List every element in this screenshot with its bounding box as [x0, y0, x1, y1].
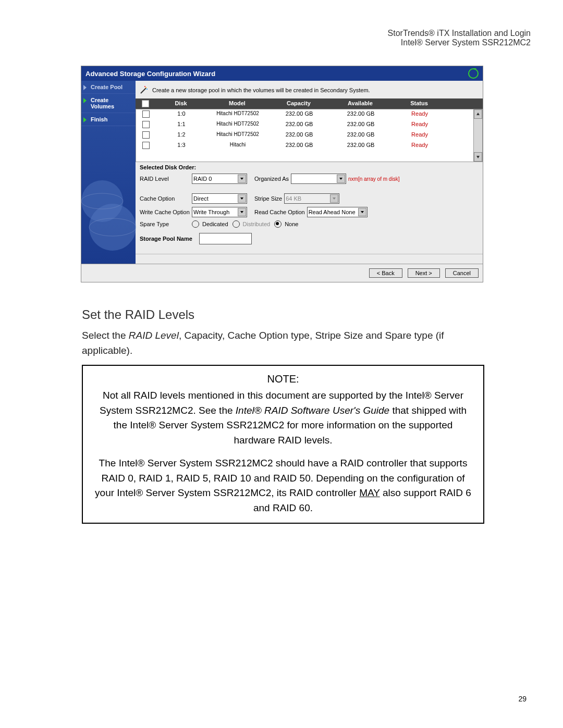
- wand-icon: [140, 86, 148, 94]
- stripe-size-value: 64 KB: [286, 195, 301, 202]
- spare-dedicated-radio[interactable]: [192, 220, 199, 228]
- svg-point-5: [145, 87, 146, 88]
- scroll-up-icon[interactable]: [474, 109, 482, 119]
- organized-as-select[interactable]: [291, 174, 346, 184]
- cancel-button[interactable]: Cancel: [445, 268, 479, 278]
- spare-none-label: None: [285, 221, 298, 227]
- spare-dedicated-label: Dedicated: [202, 221, 228, 227]
- instruction-text: Create a new storage pool in which the v…: [152, 87, 370, 93]
- cell-available: 232.00 GB: [330, 109, 391, 120]
- select-all-checkbox[interactable]: [142, 100, 149, 107]
- chevron-down-icon: [238, 194, 246, 203]
- cell-status: Ready: [391, 120, 448, 130]
- col-disk: Disk: [155, 98, 206, 109]
- organized-as-hint: nxm[n array of m disk]: [348, 176, 399, 182]
- sidebar-item-finish[interactable]: Finish: [81, 113, 136, 126]
- scroll-down-icon[interactable]: [474, 152, 482, 162]
- svg-marker-14: [240, 211, 243, 213]
- stripe-size-label: Stripe Size: [254, 195, 282, 202]
- sidebar-item-create-pool[interactable]: Create Pool: [81, 81, 136, 94]
- svg-marker-11: [339, 178, 342, 180]
- spare-distributed-label: Distributed: [243, 221, 271, 227]
- cell-status: Ready: [391, 130, 448, 141]
- chevron-down-icon: [330, 194, 338, 203]
- note-box: NOTE: Not all RAID levels mentioned in t…: [82, 365, 484, 524]
- header-line1: StorTrends® iTX Installation and Login: [388, 29, 531, 38]
- raid-level-value: RAID 0: [193, 176, 212, 182]
- spare-none-radio[interactable]: [274, 220, 282, 228]
- chevron-right-icon: [83, 98, 87, 103]
- stripe-size-select[interactable]: 64 KB: [284, 193, 339, 204]
- back-button[interactable]: < Back: [369, 268, 402, 278]
- wizard-titlebar: Advanced Storage Configuration Wizard: [81, 66, 483, 81]
- wizard-window: Advanced Storage Configuration Wizard Cr…: [81, 66, 483, 282]
- refresh-icon[interactable]: [468, 68, 479, 79]
- svg-point-6: [146, 89, 148, 90]
- wizard-main: Create a new storage pool in which the v…: [136, 81, 483, 264]
- cache-option-select[interactable]: Direct: [192, 193, 247, 204]
- row-checkbox[interactable]: [142, 142, 150, 149]
- organized-as-label: Organized As: [254, 176, 289, 182]
- raid-level-label: RAID Level: [140, 176, 190, 182]
- selected-disk-order-label: Selected Disk Order:: [136, 162, 483, 172]
- page-header: StorTrends® iTX Installation and Login I…: [388, 29, 531, 47]
- write-cache-select[interactable]: Write Through: [192, 207, 247, 217]
- table-header: Disk Model Capacity Available Status: [136, 98, 483, 109]
- cell-model: Hitachi HDT72502: [207, 109, 268, 120]
- sidebar-item-label: Create Pool: [91, 84, 123, 90]
- form-area: RAID Level RAID 0 Organized As nxm[n arr…: [136, 172, 483, 252]
- note-paragraph-2: The Intel® Server System SSR212MC2 shoul…: [92, 456, 474, 515]
- cell-available: 232.00 GB: [330, 141, 391, 151]
- cell-disk: 1:0: [156, 109, 207, 120]
- row-checkbox[interactable]: [142, 121, 150, 128]
- cache-option-value: Direct: [193, 195, 209, 202]
- svg-marker-15: [361, 211, 364, 213]
- cache-option-label: Cache Option: [140, 195, 190, 202]
- scrollbar[interactable]: [473, 109, 482, 162]
- svg-point-1: [89, 204, 136, 251]
- table-row: 1:0 Hitachi HDT72502 232.00 GB 232.00 GB…: [136, 109, 473, 120]
- chevron-down-icon: [238, 208, 246, 216]
- table-row: 1:3 Hitachi 232.00 GB 232.00 GB Ready: [136, 141, 473, 151]
- pool-name-input[interactable]: [199, 233, 252, 244]
- cell-capacity: 232.00 GB: [268, 130, 330, 141]
- read-cache-label: Read Cache Option: [254, 209, 305, 215]
- table-row: 1:2 Hitachi HDT72502 232.00 GB 232.00 GB…: [136, 130, 473, 141]
- cell-model: Hitachi: [207, 141, 268, 151]
- svg-marker-13: [333, 198, 336, 200]
- read-cache-value: Read Ahead None: [309, 209, 356, 215]
- cell-status: Ready: [391, 141, 448, 151]
- sidebar-item-create-volumes[interactable]: Create Volumes: [81, 94, 136, 113]
- wizard-title: Advanced Storage Configuration Wizard: [85, 70, 215, 78]
- svg-marker-8: [476, 113, 480, 115]
- chevron-down-icon: [337, 175, 345, 183]
- scroll-track[interactable]: [474, 119, 482, 152]
- svg-marker-12: [240, 198, 243, 200]
- header-line2: Intel® Server System SSR212MC2: [388, 38, 531, 47]
- spare-distributed-radio[interactable]: [232, 220, 240, 228]
- svg-marker-9: [476, 156, 480, 158]
- section-heading: Set the RAID Levels: [82, 307, 194, 322]
- page-number: 29: [518, 695, 527, 703]
- read-cache-select[interactable]: Read Ahead None: [307, 207, 368, 217]
- globe-decoration: [76, 170, 139, 253]
- col-status: Status: [391, 98, 447, 109]
- col-available: Available: [329, 98, 391, 109]
- wizard-sidebar: Create Pool Create Volumes Finish: [81, 81, 136, 264]
- cell-capacity: 232.00 GB: [268, 120, 330, 130]
- chevron-right-icon: [83, 85, 87, 90]
- cell-capacity: 232.00 GB: [268, 141, 330, 151]
- cell-capacity: 232.00 GB: [268, 109, 330, 120]
- raid-level-select[interactable]: RAID 0: [192, 174, 247, 184]
- next-button[interactable]: Next >: [408, 268, 440, 278]
- row-checkbox[interactable]: [142, 110, 150, 118]
- row-checkbox[interactable]: [142, 131, 150, 139]
- instruction-row: Create a new storage pool in which the v…: [136, 81, 483, 98]
- cell-disk: 1:1: [156, 120, 207, 130]
- write-cache-label: Write Cache Option: [140, 209, 190, 215]
- note-title: NOTE:: [92, 373, 474, 385]
- write-cache-value: Write Through: [193, 209, 229, 215]
- wizard-button-bar: < Back Next > Cancel: [81, 264, 483, 282]
- col-model: Model: [206, 98, 268, 109]
- cell-disk: 1:3: [156, 141, 207, 151]
